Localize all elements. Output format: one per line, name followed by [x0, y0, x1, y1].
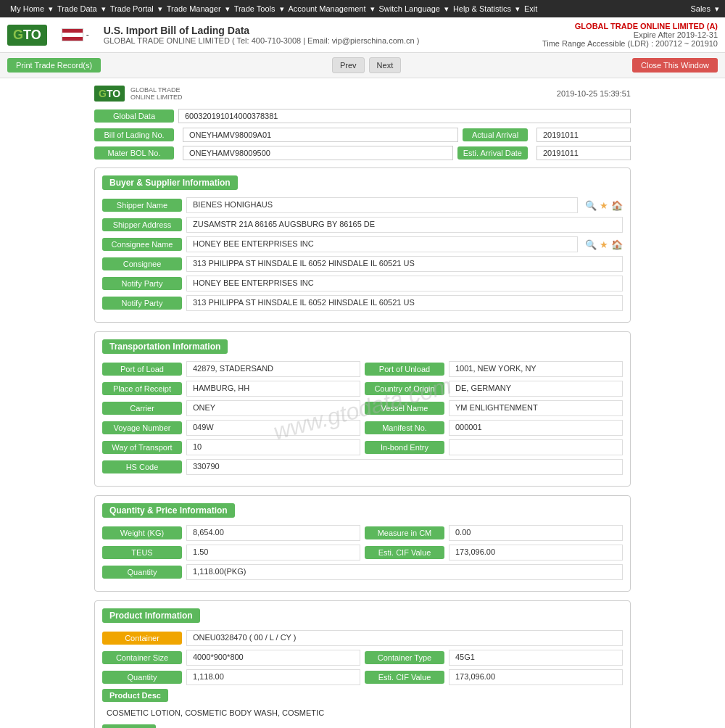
place-receipt-field: Place of Receipt HAMBURG, HH [102, 381, 360, 397]
prod-quantity-cif-row: Quantity 1,118.00 Esti. CIF Value 173,09… [102, 669, 623, 685]
manifest-field: Manifest No. 000001 [365, 420, 623, 436]
nav-sales[interactable]: Sales [686, 4, 715, 13]
shipper-star-icon[interactable]: ★ [600, 200, 608, 211]
global-data-row: Global Data 600320191014000378381 [94, 109, 631, 123]
container-type-value: 45G1 [449, 650, 623, 666]
quantity-label: Quantity [102, 566, 182, 579]
teus-field: TEUS 1.50 [102, 545, 360, 561]
container-size-field: Container Size 4000*900*800 [102, 650, 360, 666]
marks-label: Marks and [102, 724, 156, 728]
transport-value: 10 [186, 439, 360, 455]
prev-button-top[interactable]: Prev [332, 57, 365, 73]
consignee-label: Consignee [102, 257, 182, 270]
account-time-range: Time Range Accessible (LDR) : 200712 ~ 2… [542, 39, 718, 48]
weight-measure-row: Weight (KG) 8,654.00 Measure in CM 0.00 [102, 525, 623, 541]
cif-label: Esti. CIF Value [365, 546, 444, 559]
teus-value: 1.50 [186, 545, 360, 561]
hs-code-value: 330790 [186, 459, 623, 475]
transportation-section: Transportation Information www.gtodata.c… [94, 331, 631, 487]
shipper-address-value: ZUSAMSTR 21A 86165 AUGSBURG BY 86165 DE [186, 217, 623, 233]
shipper-search-icon[interactable]: 🔍 [585, 200, 597, 211]
country-origin-label: Country of Origin [365, 382, 444, 395]
shipper-address-row: Shipper Address ZUSAMSTR 21A 86165 AUGSB… [102, 217, 623, 233]
inbond-label: In-bond Entry [365, 441, 444, 454]
place-receipt-label: Place of Receipt [102, 382, 182, 395]
nav-my-home[interactable]: My Home [6, 4, 49, 13]
esti-arrival-value: 20191011 [536, 146, 631, 160]
record-logo-subtitle: GLOBAL TRADEONLINE LIMITED [130, 86, 183, 101]
weight-field: Weight (KG) 8,654.00 [102, 525, 360, 541]
transport-inbond-row: Way of Transport 10 In-bond Entry [102, 439, 623, 455]
consignee-row: Consignee 313 PHILIPPA ST HINSDALE IL 60… [102, 256, 623, 272]
port-unload-field: Port of Unload 1001, NEW YORK, NY [365, 361, 623, 377]
nav-switch-language[interactable]: Switch Language [375, 4, 444, 13]
place-receipt-value: HAMBURG, HH [186, 381, 360, 397]
notify-party2-row: Notify Party 313 PHILIPPA ST HINSDALE IL… [102, 295, 623, 311]
product-title: Product Information [102, 608, 200, 623]
global-data-label: Global Data [94, 109, 174, 123]
record-logo-img: GTO [94, 86, 125, 102]
port-load-field: Port of Load 42879, STADERSAND [102, 361, 360, 377]
next-button-top[interactable]: Next [369, 57, 402, 73]
consignee-star-icon[interactable]: ★ [600, 239, 608, 250]
bol-label: Bill of Lading No. [94, 128, 174, 141]
notify-party2-value: 313 PHILIPPA ST HINSDALE IL 6052 HINSDAL… [186, 295, 623, 311]
nav-trade-tools[interactable]: Trade Tools [230, 4, 280, 13]
shipper-name-icons: 🔍 ★ 🏠 [585, 200, 623, 211]
nav-trade-manager[interactable]: Trade Manager [162, 4, 225, 13]
carrier-vessel-row: Carrier ONEY Vessel Name YM ENLIGHTENMEN… [102, 400, 623, 416]
measure-field: Measure in CM 0.00 [365, 525, 623, 541]
teus-cif-row: TEUS 1.50 Esti. CIF Value 173,096.00 [102, 545, 623, 561]
port-load-label: Port of Load [102, 363, 182, 376]
shipper-name-row: Shipper Name BIENES HONIGHAUS 🔍 ★ 🏠 [102, 197, 623, 213]
page-sub-title: GLOBAL TRADE ONLINE LIMITED ( Tel: 400-7… [104, 36, 420, 45]
prod-cif-label: Esti. CIF Value [365, 671, 444, 684]
container-size-value: 4000*900*800 [186, 650, 360, 666]
account-expire: Expire After 2019-12-31 [542, 30, 718, 39]
product-desc-label: Product Desc [102, 689, 168, 702]
quantity-section: Quantity & Price Information Weight (KG)… [94, 495, 631, 592]
container-type-label: Container Type [365, 651, 444, 664]
nav-exit[interactable]: Exit [520, 4, 542, 13]
print-button-top[interactable]: Print Trade Record(s) [7, 58, 101, 73]
buyer-supplier-title: Buyer & Supplier Information [102, 175, 238, 190]
notify-party-value: HONEY BEE ENTERPRISES INC [186, 276, 623, 291]
consignee-name-icons: 🔍 ★ 🏠 [585, 239, 623, 250]
logo-area: GTO [7, 25, 54, 46]
consignee-home-icon[interactable]: 🏠 [611, 239, 623, 250]
container-label: Container [102, 632, 182, 645]
receipt-origin-row: Place of Receipt HAMBURG, HH Country of … [102, 381, 623, 397]
carrier-label: Carrier [102, 402, 182, 415]
notify-party-row: Notify Party HONEY BEE ENTERPRISES INC [102, 276, 623, 291]
consignee-value: 313 PHILIPPA ST HINSDALE IL 6052 HINSDAL… [186, 256, 623, 272]
port-unload-label: Port of Unload [365, 363, 444, 376]
master-bol-label: Mater BOL No. [94, 146, 174, 160]
close-button-top[interactable]: Close This Window [632, 58, 718, 73]
voyage-field: Voyage Number 049W [102, 420, 360, 436]
nav-account-management[interactable]: Account Management [284, 4, 370, 13]
prod-quantity-field: Quantity 1,118.00 [102, 669, 360, 685]
vessel-name-label: Vessel Name [365, 402, 444, 415]
shipper-home-icon[interactable]: 🏠 [611, 200, 623, 211]
manifest-value: 000001 [449, 420, 623, 436]
nav-trade-data[interactable]: Trade Data [53, 4, 102, 13]
title-area: U.S. Import Bill of Lading Data GLOBAL T… [104, 25, 420, 45]
record-timestamp: 2019-10-25 15:39:51 [557, 89, 631, 98]
consignee-name-row: Consignee Name HONEY BEE ENTERPRISES INC… [102, 236, 623, 252]
container-size-type-row: Container Size 4000*900*800 Container Ty… [102, 650, 623, 666]
port-row: Port of Load 42879, STADERSAND Port of U… [102, 361, 623, 377]
carrier-value: ONEY [186, 400, 360, 416]
inbond-field: In-bond Entry [365, 439, 623, 455]
consignee-search-icon[interactable]: 🔍 [585, 239, 597, 250]
nav-trade-portal[interactable]: Trade Portal [106, 4, 158, 13]
vessel-name-value: YM ENLIGHTENMENT [449, 400, 623, 416]
product-section: Product Information Container ONEU032847… [94, 600, 631, 728]
notify-party2-label: Notify Party [102, 297, 182, 310]
record-header: GTO GLOBAL TRADEONLINE LIMITED 2019-10-2… [94, 86, 631, 102]
voyage-manifest-row: Voyage Number 049W Manifest No. 000001 [102, 420, 623, 436]
nav-help-statistics[interactable]: Help & Statistics [449, 4, 515, 13]
actual-arrival-field: Actual Arrival 20191011 [463, 128, 631, 142]
main-content: GTO GLOBAL TRADEONLINE LIMITED 2019-10-2… [0, 78, 725, 728]
port-unload-value: 1001, NEW YORK, NY [449, 361, 623, 377]
weight-label: Weight (KG) [102, 526, 182, 539]
